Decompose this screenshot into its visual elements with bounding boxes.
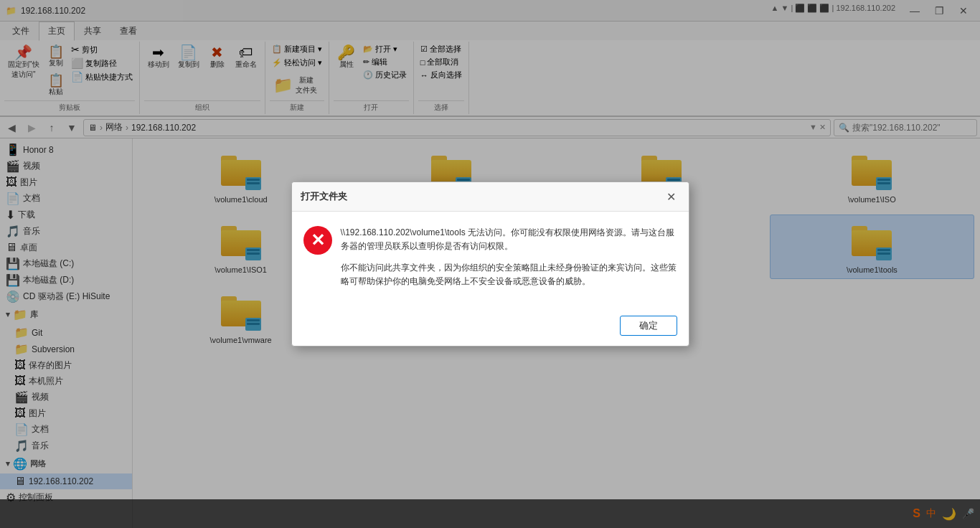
dialog-title-bar: 打开文件夹 ✕ [292,182,689,212]
open-folder-dialog: 打开文件夹 ✕ ✕ \\192.168.110.202\volume1\tool… [291,182,689,346]
dialog-message1: \\192.168.110.202\volume1\tools 无法访问。你可能… [341,226,677,253]
dialog-title: 打开文件夹 [301,190,347,203]
dialog-message2: 你不能访问此共享文件夹，因为你组织的安全策略阻止未经身份验证的来宾访问。这些策略… [341,261,677,288]
dialog-overlay: 打开文件夹 ✕ ✕ \\192.168.110.202\volume1\tool… [0,0,980,528]
dialog-ok-button[interactable]: 确定 [620,316,677,336]
dialog-text: \\192.168.110.202\volume1\tools 无法访问。你可能… [341,226,677,296]
dialog-error-icon: ✕ [303,226,332,296]
dialog-close-button[interactable]: ✕ [663,188,680,205]
dialog-footer: 确定 [292,310,689,346]
dialog-body: ✕ \\192.168.110.202\volume1\tools 无法访问。你… [292,212,689,310]
error-circle-icon: ✕ [303,226,332,255]
